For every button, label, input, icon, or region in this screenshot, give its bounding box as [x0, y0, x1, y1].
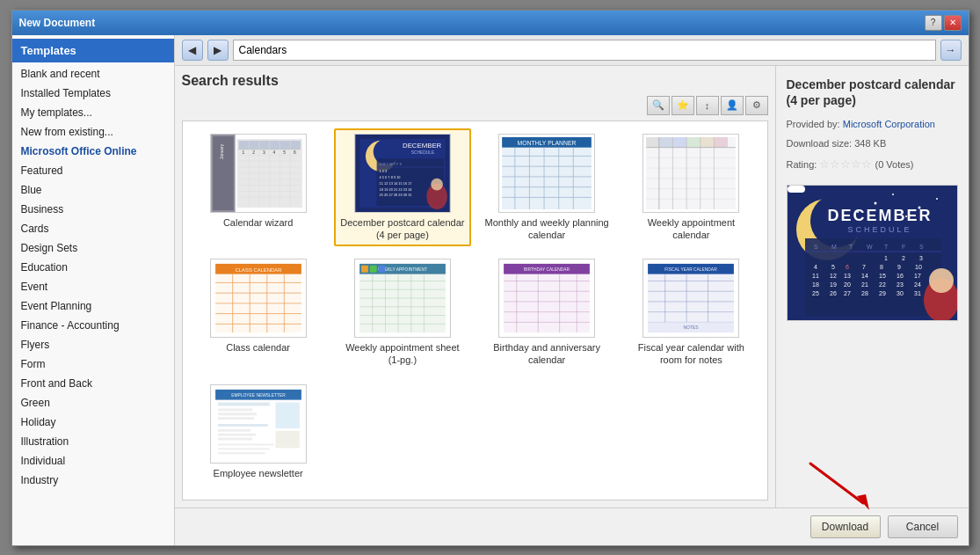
close-button[interactable]: ✕: [944, 15, 962, 31]
help-button[interactable]: ?: [925, 15, 942, 31]
sidebar-item-event-planning[interactable]: Event Planning: [12, 296, 174, 316]
forward-button[interactable]: ▶: [207, 40, 229, 61]
svg-text:4: 4: [272, 150, 275, 155]
back-button[interactable]: ◀: [182, 40, 203, 61]
sidebar-item-blue[interactable]: Blue: [12, 180, 174, 200]
cancel-button[interactable]: Cancel: [888, 515, 958, 538]
sidebar-item-cards[interactable]: Cards: [12, 219, 174, 238]
right-panel: ◀ ▶ → Search results 🔍 ⭐ ↕ 👤 ⚙: [175, 35, 969, 545]
svg-text:7: 7: [862, 264, 866, 270]
svg-text:30: 30: [897, 290, 904, 296]
sidebar-item-design-sets[interactable]: Design Sets: [12, 238, 174, 258]
arrow-svg: [806, 459, 876, 512]
svg-text:5: 5: [283, 150, 286, 155]
svg-text:26: 26: [830, 290, 837, 296]
svg-text:T: T: [849, 244, 853, 250]
sidebar-items: Blank and recentInstalled TemplatesMy te…: [12, 64, 174, 490]
sidebar-item-front-back[interactable]: Front and Back: [12, 374, 174, 393]
svg-point-41: [431, 178, 443, 190]
svg-text:31: 31: [914, 290, 921, 296]
svg-text:W: W: [867, 244, 873, 250]
svg-text:9: 9: [897, 264, 901, 270]
template-item[interactable]: January: [190, 128, 327, 247]
template-item[interactable]: CLASS CALENDAR: [190, 253, 327, 372]
sort-button[interactable]: ↕: [696, 96, 719, 115]
filter-button[interactable]: 👤: [721, 96, 744, 115]
svg-text:18 19 20 21 22 23 24: 18 19 20 21 22 23 24: [379, 186, 412, 191]
svg-rect-60: [673, 136, 687, 147]
svg-rect-148: [218, 443, 274, 445]
thumb-calendar-wizard-svg: January: [211, 135, 306, 212]
svg-rect-140: [218, 413, 257, 415]
sidebar-item-featured[interactable]: Featured: [12, 161, 174, 180]
svg-text:BIRTHDAY CALENDAR: BIRTHDAY CALENDAR: [524, 267, 570, 272]
svg-text:16: 16: [897, 273, 904, 279]
grid-scroll-wrapper[interactable]: January: [182, 120, 768, 500]
svg-text:15: 15: [879, 273, 886, 279]
svg-text:4: 4: [814, 264, 817, 270]
view-large-button[interactable]: 🔍: [647, 96, 670, 115]
template-item[interactable]: Weekly appointment calendar: [622, 128, 759, 247]
template-item[interactable]: EMPLOYEE NEWSLETTER: [190, 379, 327, 485]
grid-toolbar: 🔍 ⭐ ↕ 👤 ⚙: [182, 96, 768, 115]
template-label: Calendar wizard: [223, 216, 293, 229]
sidebar-item-ms-online[interactable]: Microsoft Office Online: [12, 142, 174, 161]
svg-text:6: 6: [846, 264, 849, 270]
svg-rect-57: [647, 136, 737, 208]
sidebar-item-new-existing[interactable]: New from existing...: [12, 122, 174, 142]
svg-text:1: 1: [242, 150, 244, 155]
svg-text:CLASS CALENDAR: CLASS CALENDAR: [235, 267, 281, 273]
detail-rating: Rating: ☆☆☆☆☆ (0 Votes): [787, 157, 958, 171]
svg-rect-141: [218, 417, 254, 420]
sidebar-item-installed[interactable]: Installed Templates: [12, 84, 174, 103]
more-button[interactable]: ⚙: [745, 96, 768, 115]
svg-rect-149: [218, 448, 270, 449]
svg-rect-139: [218, 408, 252, 411]
svg-text:29: 29: [879, 290, 886, 296]
svg-rect-63: [715, 136, 729, 147]
template-item[interactable]: BIRTHDAY CALENDAR: [478, 253, 615, 372]
bottom-bar: Download Cancel: [175, 508, 969, 545]
template-thumbnail: CLASS CALENDAR: [210, 259, 307, 338]
sidebar-item-individual[interactable]: Individual: [12, 451, 174, 471]
sidebar-item-illustration[interactable]: Illustration: [12, 432, 174, 451]
template-thumbnail: DECEMBER SCHEDULE S M T W T F S: [354, 134, 451, 213]
thumb-monthly-svg: MONTHLY PLANNER: [499, 135, 594, 212]
template-item[interactable]: DECEMBER SCHEDULE S M T W T F S: [334, 128, 471, 247]
svg-text:17: 17: [914, 273, 921, 279]
template-label: Employee newsletter: [214, 467, 303, 479]
search-input[interactable]: [233, 40, 936, 61]
sidebar-item-blank-recent[interactable]: Blank and recent: [12, 64, 174, 84]
sidebar-item-industry[interactable]: Industry: [12, 471, 174, 490]
svg-rect-145: [218, 437, 252, 440]
svg-text:2: 2: [252, 150, 255, 155]
sidebar-item-green[interactable]: Green: [12, 393, 174, 413]
sidebar-item-finance[interactable]: Finance - Accounting: [12, 316, 174, 335]
svg-rect-93: [361, 266, 368, 273]
detail-title: December postcard calendar (4 per page): [787, 77, 958, 108]
sidebar-header: Templates: [12, 39, 174, 62]
svg-text:20: 20: [844, 281, 851, 288]
sidebar-item-flyers[interactable]: Flyers: [12, 335, 174, 354]
download-button[interactable]: Download: [810, 515, 881, 538]
sidebar-item-event[interactable]: Event: [12, 277, 174, 296]
provided-by-label: Provided by:: [787, 119, 840, 129]
svg-text:MONTHLY PLANNER: MONTHLY PLANNER: [518, 139, 577, 145]
sidebar-item-holiday[interactable]: Holiday: [12, 413, 174, 432]
sidebar: Templates Blank and recentInstalled Temp…: [12, 35, 175, 545]
template-item[interactable]: MONTHLY PLANNER: [478, 128, 615, 247]
svg-point-158: [936, 198, 938, 200]
sidebar-item-business[interactable]: Business: [12, 200, 174, 219]
svg-text:S M T W T F S: S M T W T F S: [379, 162, 402, 166]
template-item[interactable]: FISCAL YEAR CALENDAR: [622, 253, 759, 372]
sidebar-item-education[interactable]: Education: [12, 258, 174, 277]
view-medium-button[interactable]: ⭐: [671, 96, 694, 115]
dialog-title: New Document: [19, 17, 96, 29]
template-item[interactable]: WEEKLY APPOINTMENT: [334, 253, 471, 372]
svg-text:3: 3: [263, 150, 265, 155]
sidebar-item-form[interactable]: Form: [12, 354, 174, 374]
thumb-weekly-svg: [643, 135, 738, 212]
sidebar-item-my-templates[interactable]: My templates...: [12, 103, 174, 122]
top-bar: ◀ ▶ →: [175, 35, 969, 66]
search-go-button[interactable]: →: [940, 40, 962, 61]
